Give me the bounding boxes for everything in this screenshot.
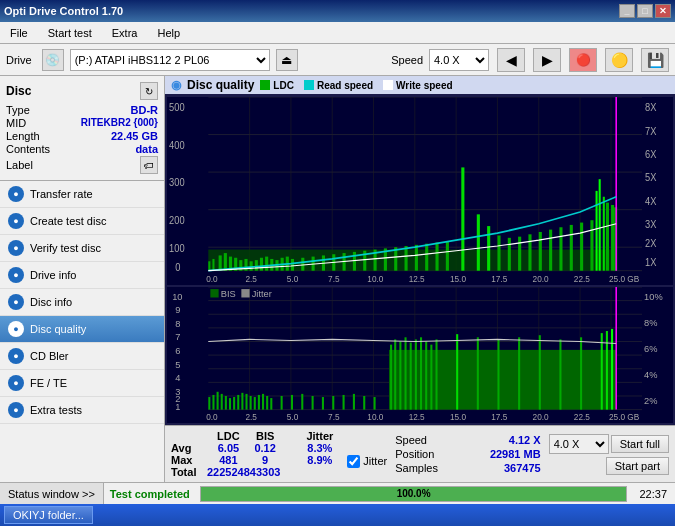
svg-text:15.0: 15.0 — [450, 274, 466, 285]
svg-text:0: 0 — [175, 261, 181, 273]
svg-rect-48 — [446, 241, 449, 270]
sidebar-item-extra-tests[interactable]: ● Extra tests — [0, 397, 164, 424]
svg-rect-61 — [590, 220, 593, 270]
svg-rect-147 — [420, 337, 422, 409]
action-button-1[interactable]: 🔴 — [569, 48, 597, 72]
jitter-checkbox[interactable] — [347, 455, 360, 468]
close-button[interactable]: ✕ — [655, 4, 671, 18]
bis-header: BIS — [250, 430, 281, 442]
svg-text:Jitter: Jitter — [252, 289, 272, 299]
action-button-2[interactable]: 🟡 — [605, 48, 633, 72]
taskbar-item[interactable]: OKIYJ folder... — [4, 506, 93, 524]
sidebar-nav: ● Transfer rate ● Create test disc ● Ver… — [0, 181, 164, 424]
svg-text:5.0: 5.0 — [287, 274, 299, 285]
svg-text:17.5: 17.5 — [491, 412, 507, 422]
prev-speed-button[interactable]: ◀ — [497, 48, 525, 72]
menu-file[interactable]: File — [4, 25, 34, 41]
svg-rect-142 — [394, 339, 396, 409]
svg-text:22.5: 22.5 — [574, 274, 590, 285]
full-speed-select[interactable]: 4.0 X — [549, 434, 609, 454]
ldc-label: LDC — [273, 80, 294, 91]
maximize-button[interactable]: □ — [637, 4, 653, 18]
avg-jitter: 8.3% — [300, 442, 339, 454]
svg-text:400: 400 — [169, 139, 185, 151]
eject-button[interactable]: ⏏ — [276, 49, 298, 71]
samples-label: Samples — [395, 462, 438, 474]
taskbar: OKIYJ folder... — [0, 504, 675, 526]
disc-quality-label: Disc quality — [30, 323, 86, 335]
sidebar-item-disc-quality[interactable]: ● Disc quality — [0, 316, 164, 343]
disc-refresh-button[interactable]: ↻ — [140, 82, 158, 100]
next-speed-button[interactable]: ▶ — [533, 48, 561, 72]
status-window-button[interactable]: Status window >> — [0, 483, 104, 504]
start-full-button[interactable]: Start full — [611, 435, 669, 453]
menu-help[interactable]: Help — [151, 25, 186, 41]
svg-text:500: 500 — [169, 102, 185, 114]
verify-test-disc-icon: ● — [8, 240, 24, 256]
max-bis: 9 — [250, 454, 281, 466]
write-speed-label: Write speed — [396, 80, 453, 91]
disc-label-button[interactable]: 🏷 — [140, 156, 158, 174]
svg-text:7X: 7X — [645, 125, 657, 137]
start-part-button[interactable]: Start part — [606, 457, 669, 475]
svg-text:10: 10 — [172, 291, 182, 301]
title-bar: Opti Drive Control 1.70 _ □ ✕ — [0, 0, 675, 22]
top-chart-svg: 500 400 300 200 100 0 8X 7X 6X 5X 4X 3X … — [167, 97, 673, 285]
speed-select[interactable]: 4.0 X — [429, 49, 489, 71]
sidebar-item-transfer-rate[interactable]: ● Transfer rate — [0, 181, 164, 208]
main-area: Disc ↻ Type BD-R MID RITEKBR2 {000} Leng… — [0, 76, 675, 482]
svg-rect-162 — [210, 289, 218, 297]
save-button[interactable]: 💾 — [641, 48, 669, 72]
menu-extra[interactable]: Extra — [106, 25, 144, 41]
svg-rect-144 — [405, 337, 407, 409]
create-test-disc-icon: ● — [8, 213, 24, 229]
svg-rect-146 — [415, 339, 417, 409]
svg-rect-152 — [477, 337, 479, 409]
svg-text:5X: 5X — [645, 172, 657, 184]
svg-rect-28 — [265, 257, 268, 271]
avg-ldc: 6.05 — [207, 442, 250, 454]
svg-rect-143 — [399, 341, 401, 409]
menu-start-test[interactable]: Start test — [42, 25, 98, 41]
svg-rect-65 — [606, 203, 609, 271]
speed-position-stats: Speed 4.12 X Position 22981 MB Samples 3… — [395, 434, 540, 474]
svg-rect-164 — [241, 289, 249, 297]
svg-text:25.0 GB: 25.0 GB — [609, 412, 640, 422]
bottom-chart-svg: BIS Jitter 10 9 8 7 6 5 4 3 2 1 10% 8% 6… — [167, 287, 673, 423]
svg-text:2X: 2X — [645, 238, 657, 250]
drive-info-icon: ● — [8, 267, 24, 283]
cd-bler-label: CD Bler — [30, 350, 69, 362]
svg-text:8: 8 — [175, 319, 180, 329]
disc-contents-label: Contents — [6, 143, 50, 155]
disc-type-value: BD-R — [131, 104, 159, 116]
drive-select[interactable]: (P:) ATAPI iHBS112 2 PL06 — [70, 49, 270, 71]
svg-text:9: 9 — [175, 305, 180, 315]
drive-icon[interactable]: 💿 — [42, 49, 64, 71]
svg-text:2.5: 2.5 — [245, 412, 257, 422]
minimize-button[interactable]: _ — [619, 4, 635, 18]
svg-rect-27 — [260, 258, 263, 271]
sidebar-item-cd-bler[interactable]: ● CD Bler — [0, 343, 164, 370]
sidebar-item-fe-te[interactable]: ● FE / TE — [0, 370, 164, 397]
svg-rect-129 — [270, 398, 272, 410]
disc-contents-row: Contents data — [6, 143, 158, 155]
sidebar-item-create-test-disc[interactable]: ● Create test disc — [0, 208, 164, 235]
ldc-header: LDC — [207, 430, 250, 442]
svg-rect-66 — [611, 205, 614, 271]
sidebar-item-disc-info[interactable]: ● Disc info — [0, 289, 164, 316]
svg-rect-148 — [425, 341, 427, 409]
status-bar: Status window >> Test completed 100.0% 2… — [0, 482, 675, 504]
chart-legend: LDC Read speed Write speed — [260, 80, 452, 91]
speed-stat-value: 4.12 X — [509, 434, 541, 446]
svg-rect-49 — [461, 167, 464, 270]
fe-te-label: FE / TE — [30, 377, 67, 389]
sidebar-item-verify-test-disc[interactable]: ● Verify test disc — [0, 235, 164, 262]
svg-text:22.5: 22.5 — [574, 412, 590, 422]
svg-text:7: 7 — [175, 332, 180, 342]
svg-rect-53 — [508, 238, 511, 271]
svg-rect-52 — [497, 235, 500, 270]
read-speed-label: Read speed — [317, 80, 373, 91]
sidebar-item-drive-info[interactable]: ● Drive info — [0, 262, 164, 289]
svg-rect-116 — [217, 392, 219, 410]
bottom-chart: BIS Jitter 10 9 8 7 6 5 4 3 2 1 10% 8% 6… — [167, 287, 673, 423]
